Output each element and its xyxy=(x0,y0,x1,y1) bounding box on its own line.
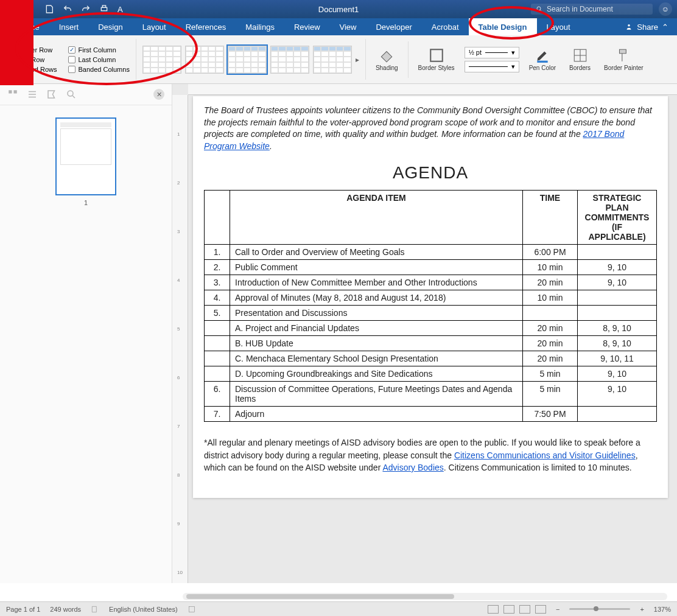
document-area: 123 456 789 10 The Board of Trustees app… xyxy=(172,84,677,583)
spellcheck-icon[interactable] xyxy=(91,605,99,614)
citizens-guidelines-link[interactable]: Citizens Communications and Visitor Guid… xyxy=(454,450,636,460)
table-row[interactable]: A. Project and Financial Updates20 min8,… xyxy=(205,321,657,336)
annotation-red-block xyxy=(0,0,33,85)
gallery-more-icon[interactable]: ▸ xyxy=(356,55,359,64)
border-styles-icon xyxy=(429,47,444,63)
chevron-down-icon: ▾ xyxy=(511,49,515,57)
table-row[interactable]: 4.Approval of Minutes (May 8, 2018 and A… xyxy=(205,290,657,306)
table-row[interactable]: 6.Discussion of Committee Operations, Fu… xyxy=(205,382,657,407)
svg-rect-1 xyxy=(102,5,105,7)
word-count[interactable]: 249 words xyxy=(50,606,81,613)
footnote: *All regular and plenary meetings of AIS… xyxy=(204,436,657,474)
search-input[interactable]: Search in Document xyxy=(531,4,653,15)
zoom-slider[interactable] xyxy=(569,608,630,610)
checkbox-first-column[interactable]: ✓First Column xyxy=(68,46,130,54)
pen-color-button[interactable]: Pen Color xyxy=(525,47,559,71)
pen-icon xyxy=(535,47,550,63)
print-icon[interactable] xyxy=(99,4,109,14)
table-row[interactable]: 1.Call to Order and Overview of Meeting … xyxy=(205,245,657,260)
page-count[interactable]: Page 1 of 1 xyxy=(6,606,40,613)
col-agenda-item: AGENDA ITEM xyxy=(230,191,523,245)
paint-bucket-icon xyxy=(379,47,395,63)
chevron-down-icon: ▾ xyxy=(511,63,515,71)
tab-review[interactable]: Review xyxy=(284,18,330,35)
tab-table-design[interactable]: Table Design xyxy=(469,18,537,35)
table-style-2[interactable] xyxy=(185,46,224,74)
zoom-in-icon[interactable]: + xyxy=(640,606,644,613)
tab-developer[interactable]: Developer xyxy=(366,18,421,35)
agenda-table[interactable]: AGENDA ITEM TIME STRATEGIC PLAN COMMITME… xyxy=(204,190,657,422)
ribbon-table-design: ✓Header Row ✓First Column Total Row Last… xyxy=(0,35,677,84)
svg-point-3 xyxy=(628,24,631,27)
vertical-ruler[interactable]: 123 456 789 10 xyxy=(172,95,188,583)
table-style-3[interactable] xyxy=(228,46,267,74)
svg-point-9 xyxy=(68,91,73,96)
share-button[interactable]: Share ⌃ xyxy=(616,18,677,35)
redo-icon[interactable] xyxy=(81,4,91,14)
svg-rect-5 xyxy=(537,61,547,63)
border-painter-icon xyxy=(616,47,631,63)
ribbon-tabs: Home Insert Design Layout References Mai… xyxy=(0,18,677,35)
table-row[interactable]: 3.Introduction of New Committee Member a… xyxy=(205,275,657,290)
table-style-5[interactable] xyxy=(313,46,352,74)
table-style-1[interactable] xyxy=(142,46,181,74)
navigation-pane: ✕ 1 xyxy=(0,84,172,583)
tab-layout[interactable]: Layout xyxy=(133,18,176,35)
tab-references[interactable]: References xyxy=(176,18,236,35)
thumbnails-icon[interactable] xyxy=(7,89,18,100)
view-mode-icons[interactable] xyxy=(488,605,546,614)
col-commitments: STRATEGIC PLAN COMMITMENTS (IF APPLICABL… xyxy=(578,191,657,245)
advisory-bodies-link[interactable]: Advisory Bodies xyxy=(382,463,443,472)
svg-rect-4 xyxy=(430,49,443,61)
horizontal-ruler[interactable] xyxy=(188,84,677,95)
review-icon[interactable] xyxy=(46,89,57,100)
find-icon[interactable] xyxy=(66,89,77,100)
table-row[interactable]: 2.Public Comment10 min9, 10 xyxy=(205,260,657,275)
search-placeholder: Search in Document xyxy=(547,5,613,13)
save-icon[interactable] xyxy=(44,4,54,14)
share-icon xyxy=(625,23,633,31)
col-time: TIME xyxy=(523,191,578,245)
undo-icon[interactable] xyxy=(63,4,72,14)
border-styles-button[interactable]: Border Styles xyxy=(415,47,458,71)
border-painter-button[interactable]: Border Painter xyxy=(600,47,647,71)
table-row[interactable]: D. Upcoming Groundbreakings and Site Ded… xyxy=(205,366,657,382)
macro-icon[interactable] xyxy=(188,605,196,614)
line-weight-select[interactable]: ½ pt▾ xyxy=(465,47,519,58)
table-row[interactable]: B. HUB Update20 min8, 9, 10 xyxy=(205,336,657,351)
feedback-smile-icon[interactable]: ☺ xyxy=(659,2,672,16)
svg-rect-0 xyxy=(101,7,107,10)
outline-icon[interactable] xyxy=(27,89,38,100)
tab-view[interactable]: View xyxy=(330,18,367,35)
intro-paragraph: The Board of Trustees appoints volunteer… xyxy=(204,105,657,152)
svg-point-2 xyxy=(537,7,541,10)
table-styles-gallery[interactable]: ▸ xyxy=(136,39,366,80)
language-status[interactable]: English (United States) xyxy=(109,606,178,613)
horizontal-scrollbar[interactable] xyxy=(183,593,667,600)
status-bar: Page 1 of 1 249 words English (United St… xyxy=(0,601,677,616)
title-bar: A Document1 Search in Document ☺ xyxy=(0,0,677,18)
search-icon xyxy=(536,5,543,13)
tab-insert[interactable]: Insert xyxy=(49,18,89,35)
svg-rect-10 xyxy=(189,606,194,612)
table-row[interactable]: 7.Adjourn7:50 PM xyxy=(205,407,657,422)
document-page[interactable]: The Board of Trustees appoints volunteer… xyxy=(193,96,668,498)
checkbox-last-column[interactable]: Last Column xyxy=(68,56,130,63)
chevron-up-icon[interactable]: ⌃ xyxy=(662,23,668,32)
svg-rect-7 xyxy=(9,90,12,93)
page-thumbnail[interactable] xyxy=(55,117,116,195)
table-row[interactable]: C. Menchaca Elementary School Design Pre… xyxy=(205,351,657,366)
tab-mailings[interactable]: Mailings xyxy=(236,18,284,35)
line-style-select[interactable]: ▾ xyxy=(465,61,519,72)
tab-table-layout[interactable]: Layout xyxy=(537,18,580,35)
shading-button[interactable]: Shading xyxy=(372,47,402,71)
tab-design[interactable]: Design xyxy=(88,18,132,35)
zoom-level[interactable]: 137% xyxy=(654,606,671,613)
tab-acrobat[interactable]: Acrobat xyxy=(422,18,469,35)
table-row[interactable]: 5.Presentation and Discussions xyxy=(205,306,657,321)
borders-button[interactable]: Borders xyxy=(566,47,594,71)
checkbox-banded-columns[interactable]: Banded Columns xyxy=(68,66,130,73)
zoom-out-icon[interactable]: − xyxy=(556,606,559,613)
close-pane-icon[interactable]: ✕ xyxy=(153,89,164,100)
table-style-4[interactable] xyxy=(270,46,309,74)
